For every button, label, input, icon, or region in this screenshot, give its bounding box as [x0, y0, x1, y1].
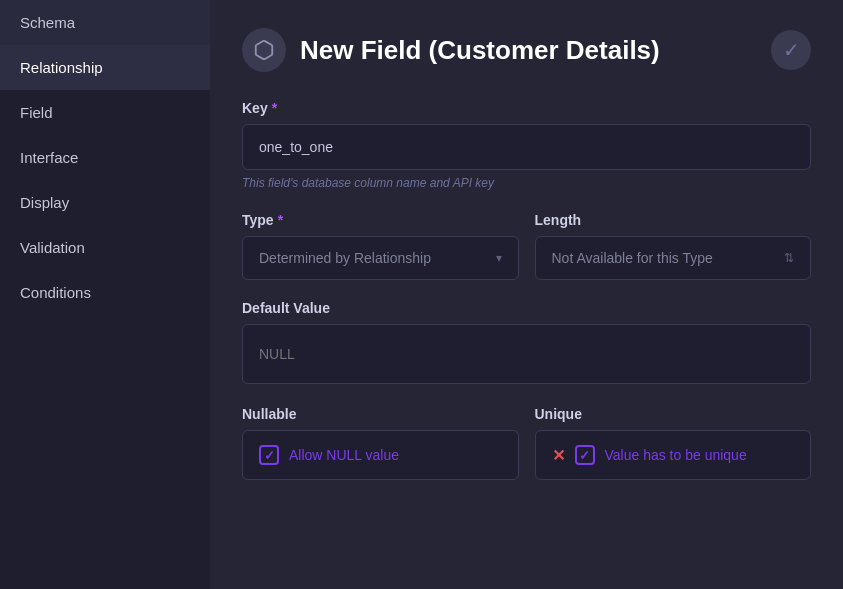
- key-required-marker: *: [272, 100, 277, 116]
- nullable-label: Nullable: [242, 406, 519, 422]
- length-placeholder: Not Available for this Type: [552, 250, 713, 266]
- length-select[interactable]: Not Available for this Type ⇅: [535, 236, 812, 280]
- nullable-checkbox[interactable]: ✓ Allow NULL value: [242, 430, 519, 480]
- type-length-row: Type* Determined by Relationship ▾ Lengt…: [242, 212, 811, 280]
- x-icon: ✕: [552, 446, 565, 465]
- default-value-label: Default Value: [242, 300, 811, 316]
- unique-section: Unique ✕ ✓ Value has to be unique: [535, 406, 812, 480]
- header-left: New Field (Customer Details): [242, 28, 660, 72]
- sidebar: Schema Relationship Field Interface Disp…: [0, 0, 210, 589]
- type-section: Type* Determined by Relationship ▾: [242, 212, 519, 280]
- nullable-section: Nullable ✓ Allow NULL value: [242, 406, 519, 480]
- sidebar-item-schema[interactable]: Schema: [0, 0, 210, 45]
- sidebar-item-field[interactable]: Field: [0, 90, 210, 135]
- sidebar-item-display[interactable]: Display: [0, 180, 210, 225]
- type-placeholder: Determined by Relationship: [259, 250, 431, 266]
- confirm-button[interactable]: ✓: [771, 30, 811, 70]
- page-header: New Field (Customer Details) ✓: [242, 28, 811, 72]
- chevron-down-icon: ▾: [496, 251, 502, 265]
- nullable-check-icon: ✓: [259, 445, 279, 465]
- key-hint: This field's database column name and AP…: [242, 176, 811, 190]
- chevron-updown-icon: ⇅: [784, 251, 794, 265]
- type-label: Type*: [242, 212, 519, 228]
- nullable-checkmark: ✓: [264, 448, 275, 463]
- sidebar-item-relationship[interactable]: Relationship: [0, 45, 210, 90]
- default-value-section: Default Value: [242, 300, 811, 384]
- unique-checkbox-label: Value has to be unique: [605, 447, 747, 463]
- type-required-marker: *: [278, 212, 283, 228]
- unique-checkbox[interactable]: ✕ ✓ Value has to be unique: [535, 430, 812, 480]
- key-input[interactable]: [242, 124, 811, 170]
- unique-check-icon: ✓: [575, 445, 595, 465]
- length-label: Length: [535, 212, 812, 228]
- page-title: New Field (Customer Details): [300, 35, 660, 66]
- unique-label: Unique: [535, 406, 812, 422]
- nullable-unique-row: Nullable ✓ Allow NULL value Unique ✕ ✓ V…: [242, 406, 811, 480]
- type-select[interactable]: Determined by Relationship ▾: [242, 236, 519, 280]
- check-icon: ✓: [783, 38, 800, 62]
- main-panel: New Field (Customer Details) ✓ Key* This…: [210, 0, 843, 589]
- key-section: Key* This field's database column name a…: [242, 100, 811, 190]
- nullable-checkbox-label: Allow NULL value: [289, 447, 399, 463]
- length-section: Length Not Available for this Type ⇅: [535, 212, 812, 280]
- sidebar-item-validation[interactable]: Validation: [0, 225, 210, 270]
- sidebar-item-conditions[interactable]: Conditions: [0, 270, 210, 315]
- key-label: Key*: [242, 100, 811, 116]
- default-value-input[interactable]: [242, 324, 811, 384]
- field-type-icon: [242, 28, 286, 72]
- sidebar-item-interface[interactable]: Interface: [0, 135, 210, 180]
- unique-checkmark: ✓: [579, 448, 590, 463]
